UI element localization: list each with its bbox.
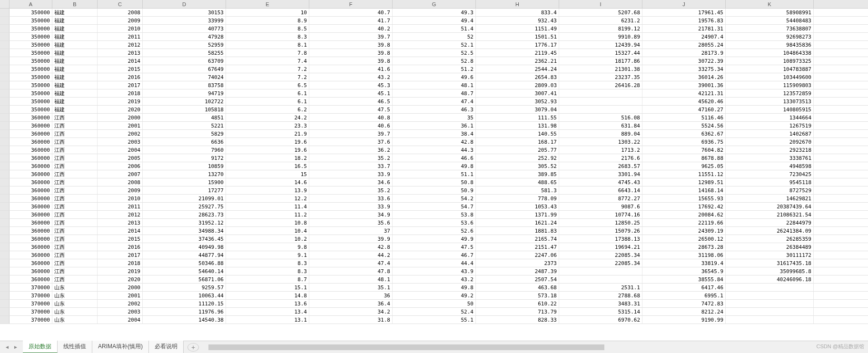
cell-G[interactable]: 52.6: [393, 227, 476, 235]
column-header-K[interactable]: K: [726, 0, 814, 8]
cell-J[interactable]: 45620.46: [642, 98, 726, 105]
cell-J[interactable]: 17692.42: [642, 203, 726, 210]
cell-B[interactable]: 福建: [52, 73, 98, 81]
cell-G[interactable]: 49.6: [393, 73, 476, 81]
cell-I[interactable]: 3301.94: [559, 170, 642, 178]
cell-F[interactable]: 39.8: [309, 41, 393, 49]
cell-D[interactable]: 33999: [143, 17, 226, 24]
cell-J[interactable]: 24907.4: [642, 33, 726, 40]
cell-E[interactable]: 6.5: [226, 81, 309, 89]
cell-K[interactable]: 104783887: [726, 65, 814, 73]
cell-J[interactable]: 28673.28: [642, 243, 726, 251]
cell-F[interactable]: 33.9: [309, 170, 393, 178]
row-header[interactable]: [0, 138, 10, 146]
cell-A[interactable]: 350000: [10, 33, 52, 40]
row-header[interactable]: [0, 98, 10, 105]
cell-A[interactable]: 360000: [10, 186, 52, 194]
cell-E[interactable]: 23.3: [226, 122, 309, 129]
column-header-B[interactable]: B: [52, 0, 98, 8]
cell-A[interactable]: 360000: [10, 227, 52, 235]
column-header-F[interactable]: F: [309, 0, 393, 8]
cell-I[interactable]: 23237.35: [559, 73, 642, 81]
cell-G[interactable]: 50: [393, 300, 476, 307]
cell-C[interactable]: 2008: [98, 178, 143, 186]
cell-J[interactable]: 9625.05: [642, 162, 726, 170]
cell-F[interactable]: 36.2: [309, 146, 393, 154]
cell-K[interactable]: 73638807: [726, 25, 814, 32]
cell-K[interactable]: 14629821: [726, 195, 814, 202]
cell-A[interactable]: 350000: [10, 89, 52, 97]
cell-A[interactable]: 360000: [10, 170, 52, 178]
row-header[interactable]: [0, 195, 10, 202]
cell-D[interactable]: 34988.34: [143, 227, 226, 235]
cell-J[interactable]: 21781.31: [642, 25, 726, 32]
cell-F[interactable]: 39.9: [309, 235, 393, 243]
cell-C[interactable]: 2020: [98, 275, 143, 283]
cell-B[interactable]: 江西: [52, 275, 98, 283]
cell-A[interactable]: 350000: [10, 49, 52, 57]
cell-D[interactable]: 28623.73: [143, 211, 226, 218]
cell-H[interactable]: 2151.47: [476, 243, 559, 251]
cell-A[interactable]: 370000: [10, 284, 52, 291]
cell-D[interactable]: 4851: [143, 114, 226, 121]
cell-C[interactable]: 2017: [98, 81, 143, 89]
cell-E[interactable]: 10.4: [226, 227, 309, 235]
cell-D[interactable]: 10063.44: [143, 292, 226, 299]
cell-G[interactable]: 48.7: [393, 89, 476, 97]
cell-B[interactable]: 江西: [52, 170, 98, 178]
cell-H[interactable]: 131.98: [476, 122, 559, 129]
cell-K[interactable]: 58908991: [726, 9, 814, 16]
cell-F[interactable]: 47.4: [309, 259, 393, 267]
cell-C[interactable]: 2003: [98, 138, 143, 146]
cell-E[interactable]: 13.6: [226, 300, 309, 307]
cell-E[interactable]: 18.2: [226, 154, 309, 162]
cell-A[interactable]: 370000: [10, 316, 52, 324]
cell-C[interactable]: 2002: [98, 300, 143, 307]
row-header[interactable]: [0, 17, 10, 24]
cell-G[interactable]: 51.2: [393, 65, 476, 73]
row-header[interactable]: [0, 316, 10, 324]
cell-H[interactable]: 1053.43: [476, 203, 559, 210]
cell-C[interactable]: 2015: [98, 235, 143, 243]
cell-I[interactable]: 516.08: [559, 114, 642, 121]
cell-K[interactable]: 22844979: [726, 219, 814, 226]
row-header[interactable]: [0, 300, 10, 307]
cell-G[interactable]: 46.7: [393, 251, 476, 259]
cell-E[interactable]: 8.3: [226, 33, 309, 40]
cell-I[interactable]: 9910.89: [559, 33, 642, 40]
row-header[interactable]: [0, 186, 10, 194]
cell-A[interactable]: 360000: [10, 219, 52, 226]
cell-H[interactable]: 828.33: [476, 316, 559, 324]
cell-A[interactable]: 360000: [10, 195, 52, 202]
cell-J[interactable]: 5116.46: [642, 114, 726, 121]
cell-J[interactable]: 9190.99: [642, 316, 726, 324]
cell-G[interactable]: 49.8: [393, 162, 476, 170]
cell-H[interactable]: 610.22: [476, 300, 559, 307]
cell-D[interactable]: 7960: [143, 146, 226, 154]
cell-A[interactable]: 350000: [10, 41, 52, 49]
cell-C[interactable]: 2009: [98, 17, 143, 24]
cell-K[interactable]: 98435836: [726, 41, 814, 49]
cell-E[interactable]: 8.7: [226, 275, 309, 283]
cell-K[interactable]: [726, 292, 814, 299]
cell-C[interactable]: 2019: [98, 98, 143, 105]
cell-D[interactable]: 15900: [143, 178, 226, 186]
row-header[interactable]: [0, 203, 10, 210]
horizontal-scrollbar[interactable]: [208, 344, 868, 350]
cell-D[interactable]: 105818: [143, 106, 226, 113]
cell-C[interactable]: 2001: [98, 122, 143, 129]
cell-D[interactable]: 40773: [143, 25, 226, 32]
cell-K[interactable]: 4948598: [726, 162, 814, 170]
cell-C[interactable]: 2002: [98, 130, 143, 137]
cell-J[interactable]: 24309.19: [642, 227, 726, 235]
cell-J[interactable]: 11551.12: [642, 170, 726, 178]
cell-C[interactable]: 2017: [98, 251, 143, 259]
cell-H[interactable]: 2362.21: [476, 57, 559, 65]
row-header[interactable]: [0, 57, 10, 65]
cell-D[interactable]: 83758: [143, 81, 226, 89]
cell-H[interactable]: 1621.24: [476, 219, 559, 226]
cell-I[interactable]: 21301.38: [559, 65, 642, 73]
cell-H[interactable]: 205.77: [476, 146, 559, 154]
cell-E[interactable]: 7.2: [226, 73, 309, 81]
cell-A[interactable]: 350000: [10, 17, 52, 24]
